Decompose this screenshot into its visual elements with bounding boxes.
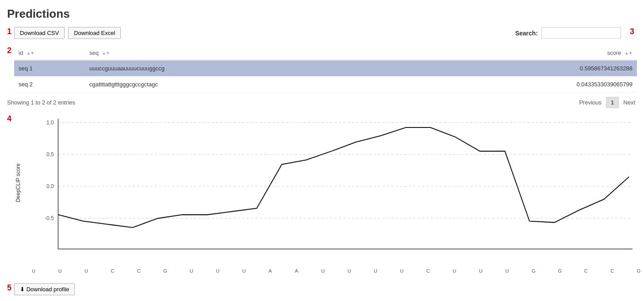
- section-5-label: 5: [7, 283, 12, 293]
- page-title: Predictions: [7, 7, 637, 21]
- cell-score: 0.595867341263288: [548, 60, 637, 77]
- svg-text:0.0: 0.0: [46, 183, 54, 189]
- col-header-score[interactable]: score ▲▼: [548, 46, 637, 60]
- predictions-table: id ▲▼ seq ▲▼ score ▲▼ seq 1 uuuccguuuaau…: [14, 46, 637, 93]
- table-row[interactable]: seq 2 cgattttattgtttgggcgccgctagc 0.0433…: [14, 77, 637, 93]
- cell-id: seq 1: [14, 60, 85, 77]
- page-1-button[interactable]: 1: [606, 97, 619, 108]
- svg-text:-0.5: -0.5: [45, 215, 54, 221]
- section-2-label: 2: [7, 46, 12, 55]
- download-profile-button[interactable]: ⬇ Download profile: [14, 283, 75, 295]
- cell-id: seq 2: [14, 77, 85, 93]
- sort-seq-icon[interactable]: ▲▼: [102, 51, 110, 55]
- chart-line: [58, 127, 629, 228]
- section-1-label: 1: [7, 27, 12, 36]
- download-icon: ⬇: [20, 286, 25, 293]
- col-header-seq[interactable]: seq ▲▼: [85, 46, 548, 60]
- col-header-id[interactable]: id ▲▼: [14, 46, 85, 60]
- pagination: Previous 1 Next: [577, 97, 637, 108]
- search-label: Search:: [515, 30, 538, 37]
- cell-score: 0.0433533039065799: [548, 77, 637, 93]
- search-input[interactable]: [541, 27, 621, 39]
- sort-score-icon[interactable]: ▲▼: [625, 51, 632, 55]
- svg-text:0.5: 0.5: [46, 151, 54, 158]
- download-excel-button[interactable]: Download Excel: [68, 27, 121, 39]
- download-csv-button[interactable]: Download CSV: [14, 27, 65, 39]
- previous-button[interactable]: Previous: [577, 97, 603, 108]
- chart-svg: 1.0 0.5 0.0 -0.5: [32, 114, 637, 256]
- section-4-label: 4: [7, 114, 12, 123]
- cell-seq: cgattttattgtttgggcgccgctagc: [85, 77, 548, 93]
- svg-text:1.0: 1.0: [46, 119, 54, 125]
- sort-id-icon[interactable]: ▲▼: [27, 51, 34, 55]
- download-profile-label: Download profile: [27, 286, 69, 293]
- table-info-text: Showing 1 to 2 of 2 entries: [7, 99, 75, 106]
- next-button[interactable]: Next: [621, 97, 637, 108]
- chart-container: DeepCLIP score 1.0 0.5 0.0 -0.5: [14, 114, 637, 274]
- table-row[interactable]: seq 1 uuuccguuuaauuuucuuuggccg 0.5958673…: [14, 60, 637, 77]
- y-axis-label: DeepCLIP score: [15, 163, 21, 202]
- cell-seq: uuuccguuuaauuuucuuuggccg: [85, 60, 548, 77]
- section-3-label: 3: [630, 27, 634, 36]
